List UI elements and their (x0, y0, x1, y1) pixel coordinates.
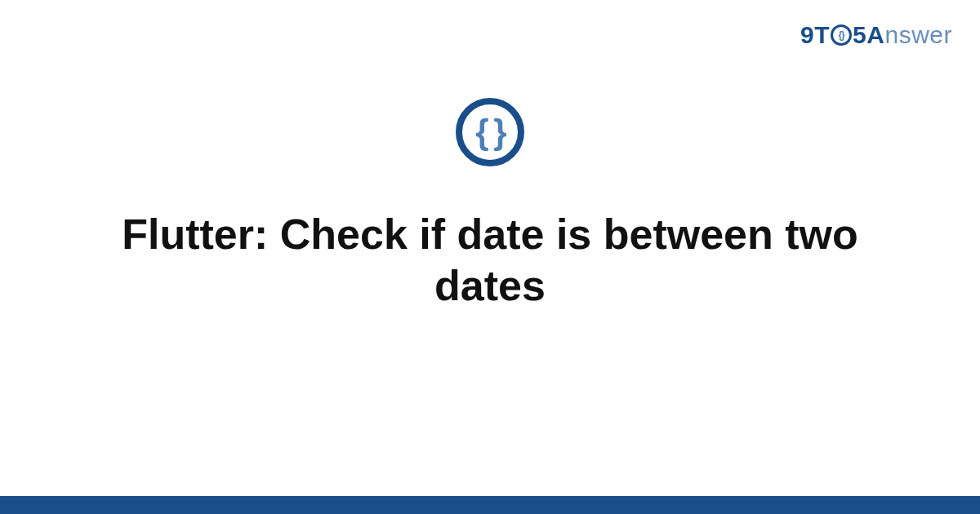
code-braces-glyph: { } (475, 115, 504, 149)
footer-accent-bar (0, 496, 980, 514)
brand-part-1: 9T (800, 21, 830, 49)
brand-logo: 9T 5 A nswer (800, 21, 952, 49)
brand-circle-icon (831, 24, 852, 46)
brand-part-3: A (866, 21, 884, 49)
content-center: { } Flutter: Check if date is between tw… (0, 98, 980, 312)
brand-part-4: nswer (884, 21, 952, 49)
brand-part-2: 5 (853, 21, 866, 49)
code-braces-badge-icon: { } (456, 98, 524, 166)
page-title: Flutter: Check if date is between two da… (90, 209, 890, 312)
